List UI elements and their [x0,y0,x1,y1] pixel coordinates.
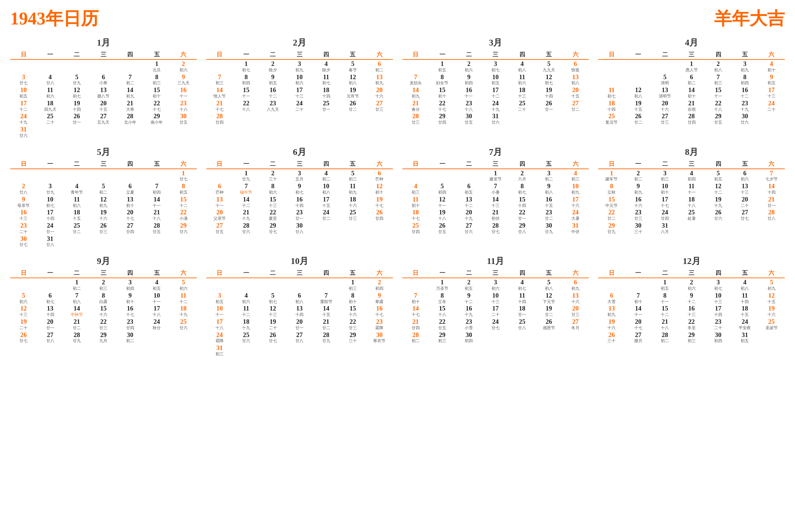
weekday-header-四: 四 [117,268,143,278]
table-row [758,112,785,125]
table-row: 19十九 [705,195,731,209]
table-row: 8初四 [731,73,758,86]
calendars-grid: 1月日一二三四五六1元旦2初六3廿七4廿八5廿九6小寒7初二8初三9三九天10初… [10,37,785,357]
table-row: 13初十 [117,195,143,209]
table-row [598,278,625,291]
weekday-header-三: 三 [90,268,117,278]
weekday-header-一: 一 [233,159,259,169]
table-row: 1初五 [652,278,678,291]
weekday-header-二: 二 [652,50,678,59]
table-row: 14中秋节 [64,304,90,318]
table-row: 19十八 [429,208,455,221]
table-row: 24廿一 [37,221,63,235]
table-row: 3初五 [206,291,233,305]
table-row: 25廿四 [402,221,429,235]
table-row: 1元旦 [143,59,170,73]
month-block-9: 9月日一二三四五六1初二2初三3初四4初五5初六5初六6初七7初八8白露9初十1… [10,255,197,357]
weekday-header-日: 日 [206,159,233,169]
table-row: 27廿五 [206,221,233,235]
table-row: 9初四 [455,73,482,86]
table-row: 22廿二 [598,208,625,221]
month-block-2: 2月日一二三四五六1初七2除夕3初九4除夕5春节6初二7初三8初四9初五10初六… [206,37,393,139]
table-row: 4初二 [313,169,339,182]
table-row: 6芒种 [206,182,233,195]
table-row: 6芒种 [366,169,393,182]
table-row: 13十四 [286,304,313,318]
table-row: 11十二 [170,291,196,305]
table-row: 3初九 [731,59,758,73]
table-row: 1建党节 [482,169,509,182]
weekday-header-六: 六 [562,50,589,59]
table-row: 20二十 [731,195,758,209]
table-row: 26廿二 [340,99,366,112]
table-row: 11初六 [509,73,535,86]
weekday-header-六: 六 [758,159,785,169]
table-row [143,235,170,248]
month-title-9: 9月 [10,255,197,267]
table-row: 14十三 [482,195,509,209]
table-row: 14初九 [117,86,143,99]
weekday-header-四: 四 [117,50,143,59]
table-row: 9三九天 [170,73,196,86]
table-row: 23廿二 [535,208,562,221]
table-row: 30初四 [455,331,482,344]
table-row: 26廿一 [64,112,90,125]
table-row: 6初六 [731,169,758,182]
table-row [366,344,393,357]
table-row: 25廿六 [233,331,259,344]
table-row: 24二十 [758,99,785,112]
month-title-11: 11月 [402,255,589,267]
table-row [562,112,589,125]
table-row: 9初七 [286,182,313,195]
table-row [37,59,63,73]
table-row: 7初二 [117,73,143,86]
table-row: 22冬至 [678,318,705,331]
table-row [509,112,535,125]
table-row [143,331,170,344]
table-row: 5廿九 [64,73,90,86]
table-row: 9初五 [260,73,286,86]
table-row: 3初四 [117,278,143,291]
table-row [117,235,143,248]
table-row [625,59,652,73]
table-row [482,331,509,344]
table-row: 26廿七 [260,331,286,344]
table-row: 25处暑 [678,208,705,221]
table-row: 23廿一 [286,208,313,221]
table-row: 9十二 [678,291,705,305]
table-row: 2初六 [170,59,196,73]
table-row: 14十二 [233,195,259,209]
table-row [143,169,170,182]
table-row: 25廿三 [340,208,366,221]
table-row: 15十三 [260,195,286,209]
table-row [678,221,705,235]
table-row: 1初二 [64,278,90,291]
table-row: 24霜降 [206,331,233,344]
month-title-3: 3月 [402,37,589,49]
table-row: 16十四 [286,195,313,209]
table-row: 21廿一 [758,195,785,209]
month-block-11: 11月日一二三四五六1万圣节2初五3初六4初七5初八6初九7初十8立冬9十二10… [402,255,589,357]
weekday-header-四: 四 [313,159,339,169]
table-row: 26廿七 [10,331,37,344]
table-row: 21春分 [402,99,429,112]
table-row: 31中伏 [562,221,589,235]
weekday-header-五: 五 [731,268,758,278]
table-row: 30廿五 [170,112,196,125]
table-row: 13腊八节 [90,86,117,99]
table-row: 19二十 [10,318,37,331]
table-row: 31初五 [731,331,758,344]
weekday-header-三: 三 [286,159,313,169]
weekday-header-六: 六 [562,159,589,169]
table-row [170,235,196,248]
table-row: 25圣诞节 [758,318,785,331]
table-row: 18十九 [233,318,259,331]
table-row: 23十八 [170,99,196,112]
table-row: 2除夕 [260,59,286,73]
table-row: 22廿三 [340,318,366,331]
table-row: 16十七 [366,304,393,318]
table-row: 28廿九 [64,331,90,344]
table-row: 13十六 [562,291,589,305]
table-row: 2六月 [509,169,535,182]
table-row: 6初七 [37,291,63,305]
